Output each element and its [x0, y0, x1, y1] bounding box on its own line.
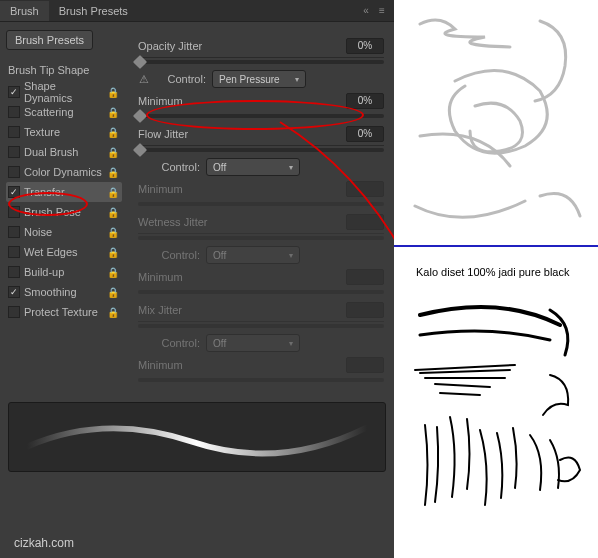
watermark: cizkah.com — [14, 536, 74, 550]
flow-jitter-label: Flow Jitter — [138, 128, 228, 140]
mix-control-select: Off▾ — [206, 334, 300, 352]
tab-brush[interactable]: Brush — [0, 1, 49, 21]
lock-icon[interactable]: 🔒 — [106, 207, 120, 218]
mix-jitter-label: Mix Jitter — [138, 304, 228, 316]
sidebar-item-shape-dynamics[interactable]: Shape Dynamics 🔒 — [6, 82, 122, 102]
sidebar-item-protect-texture[interactable]: Protect Texture 🔒 — [6, 302, 122, 322]
lock-icon[interactable]: 🔒 — [106, 267, 120, 278]
tab-brush-presets[interactable]: Brush Presets — [49, 1, 138, 21]
divider-line — [394, 245, 598, 247]
sidebar-item-wet-edges[interactable]: Wet Edges 🔒 — [6, 242, 122, 262]
checkbox-protect-texture[interactable] — [8, 306, 20, 318]
opacity-jitter-value[interactable]: 0% — [346, 38, 384, 54]
example-area: Kalo diset 100% jadi pure black — [394, 0, 598, 558]
lock-icon[interactable]: 🔒 — [106, 287, 120, 298]
sidebar-item-texture[interactable]: Texture 🔒 — [6, 122, 122, 142]
flow-jitter-slider[interactable] — [138, 148, 384, 152]
collapse-icon[interactable]: « — [360, 5, 372, 17]
checkbox-shape-dynamics[interactable] — [8, 86, 20, 98]
opacity-jitter-slider[interactable] — [138, 60, 384, 64]
checkbox-dual-brush[interactable] — [8, 146, 20, 158]
mix-jitter-value — [346, 302, 384, 318]
lock-icon[interactable]: 🔒 — [106, 227, 120, 238]
checkbox-transfer[interactable] — [8, 186, 20, 198]
sidebar-item-smoothing[interactable]: Smoothing 🔒 — [6, 282, 122, 302]
wetness-jitter-slider — [138, 236, 384, 240]
checkbox-smoothing[interactable] — [8, 286, 20, 298]
sketch-hard — [400, 295, 592, 545]
lock-icon[interactable]: 🔒 — [106, 147, 120, 158]
warning-icon: ⚠ — [138, 73, 150, 85]
opacity-minimum-slider[interactable] — [138, 114, 384, 118]
sidebar-item-build-up[interactable]: Build-up 🔒 — [6, 262, 122, 282]
brush-panel: Brush Brush Presets « ≡ Brush Presets Br… — [0, 0, 394, 558]
wetness-jitter-value — [346, 214, 384, 230]
transfer-settings: Opacity Jitter 0% ⚠ Control: Pen Pressur… — [128, 22, 394, 394]
checkbox-build-up[interactable] — [8, 266, 20, 278]
mix-minimum-slider — [138, 378, 384, 382]
flow-minimum-label: Minimum — [138, 183, 228, 195]
mix-minimum-value — [346, 357, 384, 373]
lock-icon[interactable]: 🔒 — [106, 247, 120, 258]
mix-control-label: Control: — [138, 337, 200, 349]
brush-preview — [8, 402, 386, 472]
opacity-control-select[interactable]: Pen Pressure▾ — [212, 70, 306, 88]
mix-jitter-slider — [138, 324, 384, 328]
sketch-soft — [400, 6, 592, 236]
flow-jitter-value[interactable]: 0% — [346, 126, 384, 142]
panel-menu-icon[interactable]: ≡ — [376, 5, 388, 17]
wetness-minimum-value — [346, 269, 384, 285]
mix-minimum-label: Minimum — [138, 359, 228, 371]
checkbox-brush-pose[interactable] — [8, 206, 20, 218]
checkbox-texture[interactable] — [8, 126, 20, 138]
tab-bar: Brush Brush Presets « ≡ — [0, 0, 394, 22]
lock-icon[interactable]: 🔒 — [106, 87, 120, 98]
opacity-minimum-value[interactable]: 0% — [346, 93, 384, 109]
lock-icon[interactable]: 🔒 — [106, 187, 120, 198]
checkbox-scattering[interactable] — [8, 106, 20, 118]
sidebar-item-brush-pose[interactable]: Brush Pose 🔒 — [6, 202, 122, 222]
wetness-control-label: Control: — [138, 249, 200, 261]
checkbox-noise[interactable] — [8, 226, 20, 238]
flow-control-select[interactable]: Off▾ — [206, 158, 300, 176]
sidebar-item-transfer[interactable]: Transfer 🔒 — [6, 182, 122, 202]
sidebar-item-noise[interactable]: Noise 🔒 — [6, 222, 122, 242]
checkbox-color-dynamics[interactable] — [8, 166, 20, 178]
wetness-minimum-label: Minimum — [138, 271, 228, 283]
brush-sidebar: Brush Presets Brush Tip Shape Shape Dyna… — [0, 22, 128, 394]
annotation-caption: Kalo diset 100% jadi pure black — [416, 266, 569, 278]
opacity-control-label: Control: — [156, 73, 206, 85]
brush-tip-shape[interactable]: Brush Tip Shape — [6, 60, 122, 80]
lock-icon[interactable]: 🔒 — [106, 107, 120, 118]
sidebar-item-scattering[interactable]: Scattering 🔒 — [6, 102, 122, 122]
sidebar-item-dual-brush[interactable]: Dual Brush 🔒 — [6, 142, 122, 162]
lock-icon[interactable]: 🔒 — [106, 167, 120, 178]
opacity-jitter-label: Opacity Jitter — [138, 40, 228, 52]
checkbox-wet-edges[interactable] — [8, 246, 20, 258]
lock-icon[interactable]: 🔒 — [106, 127, 120, 138]
flow-minimum-slider — [138, 202, 384, 206]
flow-control-label: Control: — [138, 161, 200, 173]
flow-minimum-value — [346, 181, 384, 197]
opacity-minimum-label: Minimum — [138, 95, 228, 107]
brush-presets-button[interactable]: Brush Presets — [6, 30, 93, 50]
wetness-jitter-label: Wetness Jitter — [138, 216, 228, 228]
wetness-control-select: Off▾ — [206, 246, 300, 264]
wetness-minimum-slider — [138, 290, 384, 294]
sidebar-item-color-dynamics[interactable]: Color Dynamics 🔒 — [6, 162, 122, 182]
lock-icon[interactable]: 🔒 — [106, 307, 120, 318]
